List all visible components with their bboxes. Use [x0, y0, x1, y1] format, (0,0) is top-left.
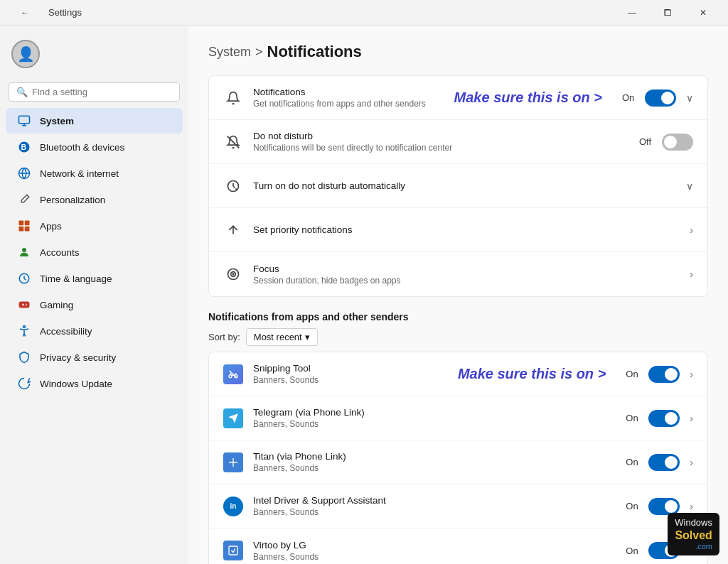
- app-desc-snipping: Banners, Sounds: [253, 375, 444, 385]
- chevron-icon-auto-dnd: ∨: [686, 180, 693, 192]
- app-text-intel: Intel Driver & Support Assistant Banners…: [253, 495, 626, 517]
- back-button[interactable]: ←: [9, 2, 41, 23]
- app-text-telegram: Telegram (via Phone Link) Banners, Sound…: [253, 407, 626, 429]
- svg-point-11: [23, 326, 26, 328]
- title-bar-controls: — ⧠ ✕: [616, 2, 719, 23]
- telegram-app-icon: [223, 408, 243, 428]
- personalization-icon: [17, 192, 31, 207]
- setting-label-dnd: Do not disturb: [253, 131, 639, 141]
- sort-chevron-icon: ▾: [305, 332, 310, 342]
- sort-label: Sort by:: [208, 332, 240, 342]
- setting-row-priority[interactable]: Set priority notifications ›: [209, 208, 707, 252]
- app-toggle-snipping[interactable]: [648, 366, 680, 383]
- maximize-button[interactable]: ⧠: [651, 2, 684, 23]
- watermark-line1: Windows: [675, 517, 712, 528]
- app-text-virtoo: Virtoo by LG Banners, Sounds: [253, 540, 626, 562]
- sidebar-item-network[interactable]: Network & internet: [6, 161, 183, 186]
- apps-settings-card: Snipping Tool Banners, Sounds Make sure …: [208, 352, 708, 564]
- gaming-icon: [17, 298, 31, 312]
- highlight-text-notifications: Make sure this is on >: [454, 90, 602, 106]
- app-label-telegram: Telegram (via Phone Link): [253, 407, 626, 418]
- app-desc-intel: Banners, Sounds: [253, 507, 626, 517]
- titan-app-icon: [223, 452, 243, 472]
- sidebar-item-gaming[interactable]: Gaming: [6, 292, 183, 318]
- svg-rect-4: [19, 221, 24, 226]
- chevron-icon-notifications: ∨: [686, 92, 693, 104]
- setting-text-notifications: Notifications Get notifications from app…: [253, 87, 440, 109]
- toggle-dnd[interactable]: [662, 134, 693, 151]
- setting-row-notifications[interactable]: Notifications Get notifications from app…: [209, 76, 707, 120]
- sidebar-item-bluetooth[interactable]: B Bluetooth & devices: [6, 134, 183, 160]
- svg-rect-6: [19, 227, 24, 232]
- setting-label-priority: Set priority notifications: [253, 224, 685, 235]
- sidebar-item-label: Windows Update: [40, 379, 112, 389]
- close-button[interactable]: ✕: [687, 2, 719, 23]
- setting-icon-notifications: [223, 88, 243, 108]
- svg-rect-20: [229, 546, 237, 555]
- sidebar-item-time[interactable]: Time & language: [6, 266, 183, 291]
- sort-value: Most recent: [254, 332, 302, 342]
- app-toggle-intel[interactable]: [648, 498, 680, 515]
- svg-rect-0: [19, 116, 30, 124]
- sort-dropdown[interactable]: Most recent ▾: [246, 328, 318, 346]
- minimize-button[interactable]: —: [616, 2, 648, 23]
- setting-label-auto-dnd: Turn on do not disturb automatically: [253, 180, 682, 191]
- app-toggle-telegram[interactable]: [648, 410, 680, 427]
- app-toggle-label-snipping: On: [626, 369, 643, 379]
- nav-items: System B Bluetooth & devices Network & i…: [0, 107, 188, 397]
- app-toggle-titan[interactable]: [648, 454, 680, 471]
- app-control-intel: On ›: [626, 498, 693, 515]
- setting-row-dnd[interactable]: Do not disturb Notifications will be sen…: [209, 120, 707, 164]
- app-toggle-label-intel: On: [626, 501, 643, 511]
- sidebar-item-accounts[interactable]: Accounts: [6, 239, 183, 265]
- sidebar-item-privacy[interactable]: Privacy & security: [6, 345, 183, 370]
- apps-icon: [17, 219, 31, 233]
- svg-point-16: [232, 273, 234, 275]
- app-row-telegram[interactable]: Telegram (via Phone Link) Banners, Sound…: [209, 396, 707, 440]
- setting-desc-focus: Session duration, hide badges on apps: [253, 276, 685, 286]
- time-icon: [17, 271, 31, 286]
- sidebar-item-personalization[interactable]: Personalization: [6, 187, 183, 212]
- apps-section-header: Notifications from apps and other sender…: [208, 311, 708, 346]
- chevron-icon-focus: ›: [690, 269, 693, 280]
- search-box[interactable]: 🔍: [9, 82, 180, 102]
- app-row-virtoo[interactable]: Virtoo by LG Banners, Sounds On ›: [209, 528, 707, 564]
- snipping-app-icon: [223, 364, 243, 384]
- highlight-text-snipping: Make sure this is on >: [458, 366, 606, 382]
- svg-point-8: [22, 248, 26, 252]
- setting-row-focus[interactable]: Focus Session duration, hide badges on a…: [209, 252, 707, 296]
- sidebar-item-label: Time & language: [40, 273, 112, 284]
- sort-row: Sort by: Most recent ▾: [208, 328, 708, 346]
- app-row-snipping[interactable]: Snipping Tool Banners, Sounds Make sure …: [209, 352, 707, 396]
- app-row-intel[interactable]: in Intel Driver & Support Assistant Bann…: [209, 484, 707, 528]
- setting-control-priority: ›: [685, 224, 693, 236]
- app-label-titan: Titan (via Phone Link): [253, 451, 626, 462]
- app-chevron-icon-telegram: ›: [690, 413, 693, 424]
- app-content: 👤 🔍 System B Bluetooth & devices Network…: [0, 26, 728, 564]
- search-input[interactable]: [32, 87, 172, 97]
- app-label-snipping: Snipping Tool: [253, 363, 444, 374]
- svg-rect-7: [25, 227, 30, 232]
- toggle-notifications[interactable]: [645, 90, 676, 107]
- setting-text-focus: Focus Session duration, hide badges on a…: [253, 264, 685, 286]
- app-toggle-label-titan: On: [626, 457, 643, 467]
- app-desc-telegram: Banners, Sounds: [253, 419, 626, 429]
- app-chevron-icon-intel: ›: [690, 501, 693, 512]
- sidebar-item-system[interactable]: System: [6, 108, 183, 134]
- breadcrumb: System > Notifications: [208, 43, 708, 61]
- main-content: System > Notifications Notifications Get…: [188, 26, 728, 564]
- setting-row-auto-dnd[interactable]: Turn on do not disturb automatically ∨: [209, 164, 707, 208]
- setting-text-priority: Set priority notifications: [253, 224, 685, 235]
- sidebar-item-apps[interactable]: Apps: [6, 213, 183, 239]
- setting-icon-focus: [223, 264, 243, 284]
- virtoo-app-icon: [223, 541, 243, 560]
- sidebar-item-label: System: [40, 116, 74, 126]
- app-row-titan[interactable]: Titan (via Phone Link) Banners, Sounds O…: [209, 440, 707, 484]
- svg-point-18: [229, 374, 232, 377]
- sidebar-item-accessibility[interactable]: Accessibility: [6, 318, 183, 344]
- app-text-titan: Titan (via Phone Link) Banners, Sounds: [253, 451, 626, 473]
- user-profile: 👤: [0, 31, 188, 77]
- sidebar-item-update[interactable]: Windows Update: [6, 371, 183, 396]
- toggle-label-notifications: On: [622, 92, 639, 103]
- setting-label-focus: Focus: [253, 264, 685, 274]
